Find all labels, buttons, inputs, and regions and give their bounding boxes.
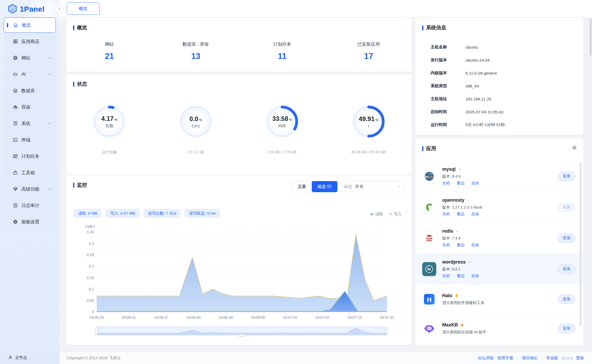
footer-link[interactable]: 专业版 [546, 356, 558, 361]
chart-legend: 读取 写入 [370, 212, 402, 217]
sidebar-item-appstore[interactable]: 应用商店 [4, 34, 56, 49]
app-name[interactable]: Halo [442, 293, 485, 298]
app-name[interactable]: wordpress [442, 259, 479, 265]
app-action-link[interactable]: 目录 [471, 243, 479, 248]
route-tab-overview[interactable]: 概览 [67, 2, 100, 15]
app-action-link[interactable]: 重启 [457, 274, 464, 279]
system-info-value: ubuntu-24.04 [466, 58, 490, 63]
system-info-row: 启动时间 2025-07-04 11:05:43 [431, 105, 576, 118]
app-action-link[interactable]: 关闭 [442, 274, 450, 279]
update-link[interactable]: 更新 [576, 356, 584, 361]
sidebar-item-logs[interactable]: 日志审计 [4, 198, 56, 213]
sidebar-collapse-button[interactable] [56, 5, 64, 13]
system-info-value: x86_64 [466, 84, 479, 89]
install-button[interactable]: 安装 [558, 265, 575, 274]
1panel-dashboard: 概览 1 1Panel 概览 应用商店 网站 AI 数据库 容器 [0, 0, 592, 364]
footer-divider: | [517, 356, 518, 360]
install-button[interactable]: 安装 [558, 295, 575, 304]
page-scrollbar[interactable] [590, 19, 591, 56]
system-info-card: 系统信息 主机名称 ubuntu 发行版本 ubuntu-24.04 内核版本 … [415, 18, 583, 135]
chevron-down-icon [467, 199, 470, 202]
system-info-rows: 主机名称 ubuntu 发行版本 ubuntu-24.04 内核版本 6.11.… [431, 41, 576, 131]
install-button[interactable]: 安装 [558, 203, 575, 212]
svg-text:0.1: 0.1 [89, 287, 94, 291]
svg-text:19:07:13: 19:07:13 [347, 315, 362, 320]
chevron-down-icon [397, 184, 401, 188]
logo[interactable]: 1 1Panel [0, 0, 60, 15]
footer-link[interactable]: 论坛求助 [478, 356, 494, 361]
sidebar-item-container[interactable]: 容器 [4, 99, 56, 115]
svg-text:19:07:07: 19:07:07 [315, 315, 330, 320]
app-row-openresty: openresty 版本: 1.27.1.2-2-1-focal 关闭重启目录 … [415, 192, 583, 223]
app-name[interactable]: openresty [442, 197, 482, 203]
sidebar-item-label: AI [21, 72, 26, 77]
status-title-text: 状态 [77, 81, 87, 87]
app-action-link[interactable]: 关闭 [442, 181, 450, 186]
sidebar-menu: 概览 应用商店 网站 AI 数据库 容器 系统 终端 计划任务 [4, 17, 56, 231]
monitor-tab-traffic[interactable]: 流量 [292, 181, 312, 192]
sidebar-item-website[interactable]: 网站 [4, 50, 56, 66]
sidebar-node[interactable]: 主节点 [0, 352, 60, 364]
system-info-row: 发行版本 ubuntu-24.04 [431, 54, 576, 67]
apps-settings-gear-icon[interactable] [572, 145, 577, 151]
app-action-link[interactable]: 重启 [457, 243, 464, 248]
brush-handle-left[interactable] [96, 328, 98, 334]
gauge-2: 33.58% 内存 2.6 GB / 7.75 GB [239, 102, 326, 155]
sidebar-item-database[interactable]: 数据库 [4, 83, 56, 98]
brush-grip[interactable] [238, 334, 246, 337]
app-row-MaxKB: MaxKB 强大易用的企业级 AI 助手 安装 [415, 314, 583, 343]
app-action-link[interactable]: 目录 [471, 181, 479, 186]
copyright-text: Copyright © 2014-2025 飞致云 [67, 356, 121, 361]
flame-icon [460, 323, 464, 327]
sidebar-item-toolbox[interactable]: 工具箱 [4, 165, 56, 180]
brush-handle-right[interactable] [386, 328, 388, 334]
sidebar-item-advanced[interactable]: 高级功能 [4, 181, 56, 197]
app-name[interactable]: mysql [442, 167, 479, 172]
sidebar-item-settings[interactable]: 面板设置 [4, 214, 56, 229]
disk-select[interactable]: 磁盘 所有 [340, 181, 405, 192]
legend-dot [370, 213, 373, 216]
user-icon [8, 355, 13, 361]
stat-value[interactable]: 11 [239, 52, 326, 61]
stat-value[interactable]: 13 [153, 52, 239, 61]
gear-icon [13, 219, 18, 224]
app-action-link[interactable]: 目录 [471, 274, 479, 279]
monitor-tab-disk-io[interactable]: 磁盘 IO [312, 181, 337, 192]
legend-item-写入[interactable]: 写入 [389, 212, 402, 217]
footer-link[interactable]: 使用手册 [497, 356, 513, 361]
chevron-left-icon [58, 7, 61, 12]
install-button[interactable]: 安装 [558, 172, 575, 181]
app-action-link[interactable]: 关闭 [442, 243, 450, 248]
stat-value[interactable]: 21 [66, 52, 153, 61]
apps-scrollbar[interactable] [580, 163, 581, 326]
chevron-down-icon [455, 229, 459, 233]
install-button[interactable]: 安装 [558, 234, 575, 243]
chart-zoom-brush[interactable] [97, 326, 387, 335]
sidebar-item-ai[interactable]: AI [4, 67, 56, 82]
svg-text:( MB ): ( MB ) [85, 224, 95, 229]
overview-card-title: 概览 [73, 24, 87, 31]
footer-link[interactable]: 项目地址 [522, 356, 537, 361]
system-info-label: 启动时间 [431, 109, 457, 115]
gauge-label: 负载 [105, 123, 113, 128]
app-action-link[interactable]: 重启 [457, 181, 464, 186]
sidebar-item-overview[interactable]: 概览 [4, 17, 56, 33]
app-info: wordpress 版本: 6.8.1 关闭重启目录 [442, 259, 479, 279]
title-accent-bar [73, 183, 74, 188]
app-action-link[interactable]: 目录 [471, 212, 479, 217]
svg-text:0: 0 [92, 310, 94, 314]
svg-text:0.05: 0.05 [87, 298, 94, 303]
install-button[interactable]: 安装 [558, 324, 575, 333]
chevron-down-icon [397, 184, 401, 189]
sidebar-item-system[interactable]: 系统 [4, 116, 56, 131]
app-name[interactable]: MaxKB [442, 322, 486, 328]
app-action-link[interactable]: 重启 [457, 212, 464, 217]
stat-value[interactable]: 17 [326, 52, 412, 61]
app-action-link[interactable]: 关闭 [442, 212, 450, 217]
legend-item-读取[interactable]: 读取 [370, 212, 383, 217]
disk-io-stat-badge: 读写次数: 7 次/s [144, 209, 180, 218]
app-name[interactable]: redis [442, 228, 479, 234]
system-info-label: 主机名称 [431, 44, 457, 50]
sidebar-item-terminal[interactable]: 终端 [4, 132, 56, 148]
sidebar-item-cron[interactable]: 计划任务 [4, 149, 56, 164]
